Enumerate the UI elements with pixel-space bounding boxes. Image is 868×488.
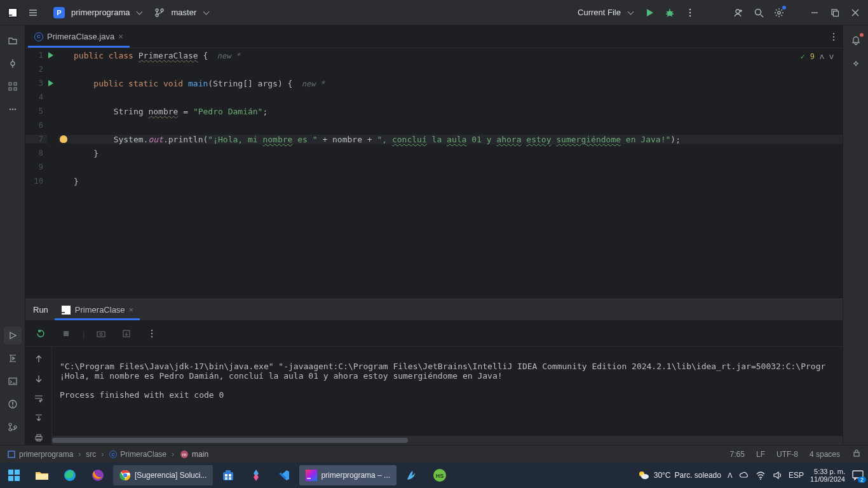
svg-point-41 bbox=[151, 336, 153, 337]
editor-tab-options[interactable] bbox=[825, 28, 843, 46]
action-center-button[interactable]: 2 bbox=[851, 470, 864, 481]
chevron-down-icon bbox=[203, 8, 208, 17]
breadcrumb[interactable]: primerprograma src PrimeraClase m main bbox=[6, 449, 208, 459]
svg-rect-65 bbox=[306, 470, 317, 481]
breadcrumb-item[interactable]: PrimeraClase bbox=[120, 450, 166, 459]
run-gutter-icon[interactable] bbox=[48, 80, 53, 86]
horizontal-scrollbar[interactable] bbox=[52, 436, 843, 445]
svg-point-22 bbox=[14, 109, 16, 111]
taskbar-msstore[interactable] bbox=[215, 465, 241, 485]
more-tools-button[interactable] bbox=[4, 100, 22, 118]
scroll-down-button[interactable] bbox=[30, 372, 48, 385]
taskbar-firefox[interactable] bbox=[85, 465, 111, 485]
tray-chevron-icon[interactable]: ᐱ bbox=[728, 471, 733, 480]
window-minimize-button[interactable] bbox=[806, 4, 824, 22]
taskbar-app-hs[interactable]: HS bbox=[427, 465, 452, 485]
project-selector[interactable]: P primerprograma bbox=[44, 4, 147, 21]
console-line: "C:\Program Files\Java\jdk-17\bin\java.e… bbox=[60, 362, 825, 371]
chevron-down-icon[interactable]: ᐯ bbox=[829, 53, 834, 60]
settings-button[interactable] bbox=[770, 4, 788, 22]
services-tool-button[interactable] bbox=[4, 349, 22, 367]
vcs-branch-selector[interactable]: master bbox=[149, 5, 214, 20]
taskbar-explorer[interactable] bbox=[29, 465, 55, 485]
close-icon[interactable]: × bbox=[118, 32, 123, 41]
weather-widget[interactable]: 30°C Parc. soleado bbox=[637, 469, 721, 482]
main-menu-button[interactable] bbox=[24, 4, 42, 22]
stop-button[interactable] bbox=[57, 325, 75, 342]
right-toolwindow-bar bbox=[843, 25, 868, 445]
close-icon[interactable]: × bbox=[129, 305, 134, 315]
readonly-lock-icon[interactable] bbox=[851, 448, 862, 460]
taskbar-app-generic2[interactable] bbox=[399, 465, 424, 485]
branch-name: master bbox=[168, 8, 199, 17]
run-config-selector[interactable]: Current File bbox=[570, 5, 638, 20]
code-with-me-button[interactable] bbox=[729, 4, 747, 22]
commit-tool-button[interactable] bbox=[4, 55, 22, 72]
vcs-tool-button[interactable] bbox=[4, 418, 22, 436]
debug-button[interactable] bbox=[661, 4, 679, 22]
ai-assistant-tool-button[interactable] bbox=[847, 55, 865, 72]
project-tool-button[interactable] bbox=[4, 32, 22, 50]
soft-wrap-button[interactable] bbox=[30, 391, 48, 405]
run-gutter-icon[interactable] bbox=[48, 52, 53, 58]
windows-taskbar: [Sugerencia] Soluci... primerprograma – … bbox=[0, 463, 868, 488]
start-button[interactable] bbox=[0, 463, 28, 488]
console-output[interactable]: "C:\Program Files\Java\jdk-17\bin\java.e… bbox=[52, 347, 843, 436]
taskbar-edge[interactable] bbox=[57, 465, 83, 485]
run-tool-button[interactable] bbox=[4, 327, 22, 344]
clock[interactable]: 5:33 p. m. 11/09/2024 bbox=[810, 468, 845, 483]
run-tab-label: PrimeraClase bbox=[75, 305, 125, 315]
chevron-up-icon[interactable]: ᐱ bbox=[820, 53, 824, 60]
taskbar-app-generic1[interactable] bbox=[243, 465, 269, 485]
chevron-down-icon bbox=[136, 8, 142, 17]
terminal-tool-button[interactable] bbox=[4, 372, 22, 390]
run-more-options[interactable] bbox=[143, 325, 161, 342]
search-button[interactable] bbox=[750, 4, 768, 22]
notifications-tool-button[interactable] bbox=[847, 32, 865, 50]
scroll-to-end-button[interactable] bbox=[30, 412, 48, 425]
scroll-up-button[interactable] bbox=[30, 352, 48, 365]
breadcrumb-item[interactable]: src bbox=[86, 450, 96, 459]
module-icon bbox=[6, 449, 17, 459]
svg-point-21 bbox=[11, 109, 13, 111]
line-number: 8 bbox=[25, 149, 47, 158]
export-button[interactable] bbox=[118, 325, 135, 342]
svg-point-28 bbox=[14, 426, 17, 428]
editor-tab[interactable]: PrimeraClase.java × bbox=[28, 25, 130, 48]
rerun-button[interactable] bbox=[32, 325, 50, 342]
weather-desc: Parc. soleado bbox=[675, 471, 721, 480]
onedrive-icon[interactable] bbox=[739, 470, 749, 480]
svg-point-8 bbox=[689, 11, 691, 13]
window-close-button[interactable] bbox=[846, 4, 864, 22]
caret-position[interactable]: 7:65 bbox=[730, 450, 745, 459]
system-tray: 30°C Parc. soleado ᐱ ESP 5:33 p. m. 11/0… bbox=[637, 468, 868, 483]
intention-bulb-icon[interactable] bbox=[60, 135, 67, 143]
print-button[interactable] bbox=[30, 431, 48, 445]
indent-info[interactable]: 4 spaces bbox=[810, 450, 840, 459]
inspection-widget[interactable]: ✓ 9 ᐱ ᐯ bbox=[801, 52, 834, 61]
input-language[interactable]: ESP bbox=[789, 471, 804, 480]
svg-rect-61 bbox=[229, 474, 231, 477]
line-separator[interactable]: LF bbox=[756, 450, 765, 459]
code-editor[interactable]: 1 public class PrimeraClase { new * 2 3 … bbox=[25, 48, 843, 299]
volume-icon[interactable] bbox=[772, 470, 782, 480]
taskbar-vscode[interactable] bbox=[271, 465, 297, 485]
app-logo bbox=[4, 4, 22, 22]
wifi-icon[interactable] bbox=[756, 470, 766, 480]
taskbar-intellij[interactable]: primerprograma – ... bbox=[299, 465, 397, 485]
svg-rect-36 bbox=[97, 332, 105, 337]
window-maximize-button[interactable] bbox=[826, 4, 844, 22]
taskbar-app-label: [Sugerencia] Soluci... bbox=[135, 471, 207, 480]
structure-tool-button[interactable] bbox=[4, 78, 22, 95]
run-button[interactable] bbox=[641, 4, 658, 22]
breadcrumb-item[interactable]: primerprograma bbox=[19, 450, 73, 459]
problems-tool-button[interactable] bbox=[4, 395, 22, 413]
svg-rect-14 bbox=[834, 11, 839, 16]
file-encoding[interactable]: UTF-8 bbox=[776, 450, 798, 459]
taskbar-chrome[interactable]: [Sugerencia] Soluci... bbox=[113, 465, 213, 485]
more-actions-button[interactable] bbox=[681, 4, 699, 22]
breadcrumb-item[interactable]: main bbox=[192, 450, 208, 459]
svg-rect-59 bbox=[226, 470, 231, 473]
screenshot-button[interactable] bbox=[92, 325, 110, 342]
run-config-tab[interactable]: PrimeraClase × bbox=[55, 299, 140, 320]
